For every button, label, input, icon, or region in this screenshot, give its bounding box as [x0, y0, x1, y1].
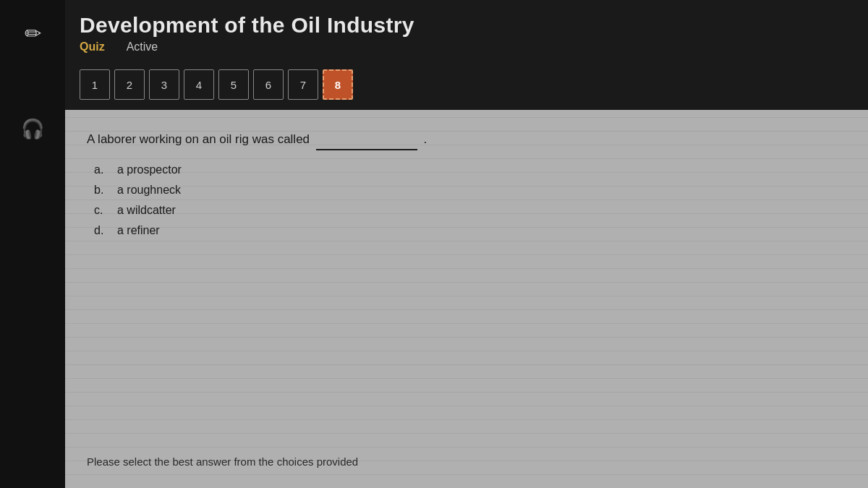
nav-btn-1[interactable]: 1 [80, 69, 110, 100]
question-text-after: . [424, 132, 427, 146]
header-meta: Quiz Active [80, 40, 846, 53]
answer-blank [316, 130, 417, 150]
nav-btn-8[interactable]: 8 [323, 69, 353, 100]
sidebar: ✏ 🎧 [0, 0, 65, 488]
choice-c[interactable]: c. a wildcatter [94, 204, 839, 217]
headphones-icon[interactable]: 🎧 [21, 118, 44, 140]
choice-b[interactable]: b. a roughneck [94, 184, 839, 197]
choice-d-letter: d. [94, 224, 109, 237]
nav-btn-3[interactable]: 3 [149, 69, 179, 100]
main-content: Development of the Oil Industry Quiz Act… [65, 0, 868, 488]
page-title: Development of the Oil Industry [80, 13, 846, 38]
pencil-icon[interactable]: ✏ [25, 22, 41, 46]
nav-btn-6[interactable]: 6 [253, 69, 284, 100]
choice-a-text: a prospector [117, 163, 182, 176]
question-nav: 1 2 3 4 5 6 7 8 [65, 62, 868, 110]
nav-btn-5[interactable]: 5 [218, 69, 249, 100]
choice-b-letter: b. [94, 184, 109, 197]
choice-d-text: a refiner [117, 224, 160, 237]
header: Development of the Oil Industry Quiz Act… [65, 0, 868, 62]
content-area: A laborer working on an oil rig was call… [65, 110, 868, 488]
choice-c-text: a wildcatter [117, 204, 176, 217]
choice-a[interactable]: a. a prospector [94, 163, 839, 176]
choice-b-text: a roughneck [117, 184, 181, 197]
nav-btn-2[interactable]: 2 [114, 69, 145, 100]
status-badge: Active [127, 40, 158, 53]
choice-a-letter: a. [94, 163, 109, 176]
instruction-text: Please select the best answer from the c… [87, 455, 358, 468]
nav-btn-4[interactable]: 4 [184, 69, 214, 100]
choice-c-letter: c. [94, 204, 109, 217]
choices-list: a. a prospector b. a roughneck c. a wild… [94, 163, 839, 237]
nav-btn-7[interactable]: 7 [288, 69, 318, 100]
quiz-label: Quiz [80, 40, 105, 53]
question-text: A laborer working on an oil rig was call… [87, 130, 839, 150]
question-text-before: A laborer working on an oil rig was call… [87, 132, 310, 146]
choice-d[interactable]: d. a refiner [94, 224, 839, 237]
